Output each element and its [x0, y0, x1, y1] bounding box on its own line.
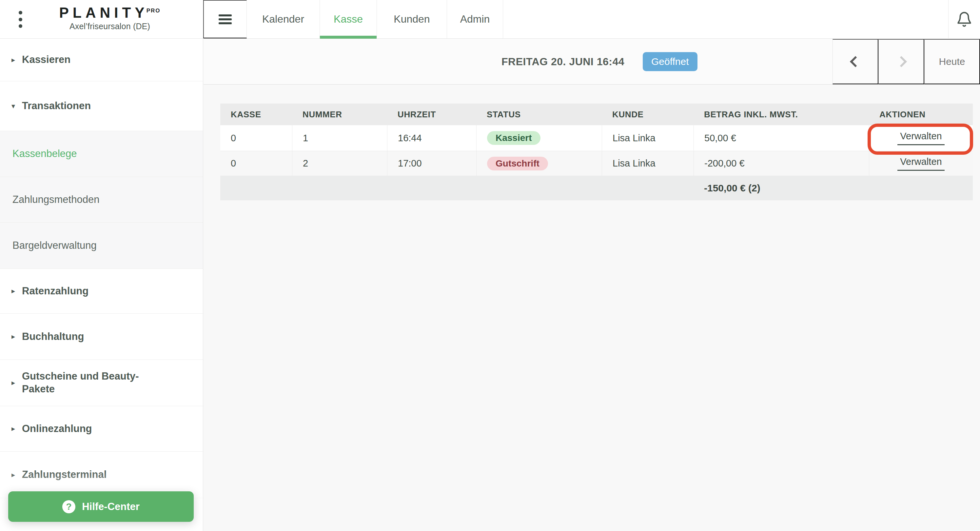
tab-kunden[interactable]: Kunden — [377, 0, 447, 38]
tab-kalender[interactable]: Kalender — [247, 0, 320, 38]
chevron-right-icon: ▸ — [11, 424, 22, 433]
table-row: 0 2 17:00 Gutschrift Lisa Linka -200,00 … — [220, 151, 973, 176]
cell-kasse: 0 — [220, 125, 292, 151]
table-footer-row: -150,00 € (2) — [220, 176, 973, 200]
topbar: PLANITYPRO Axel’friseursalon (DE) Kalend… — [0, 0, 980, 39]
bell-icon[interactable] — [956, 11, 972, 27]
main-nav: Kalender Kasse Kunden Admin — [247, 0, 503, 38]
sidebar-item-bargeldverwaltung[interactable]: Bargeldverwaltung — [0, 223, 203, 269]
current-date-label: FREITAG 20. JUNI 16:44 — [501, 56, 624, 68]
cell-status: Kassiert — [476, 125, 602, 151]
cell-kunde: Lisa Linka — [602, 125, 694, 151]
cell-kasse: 0 — [220, 151, 292, 176]
cell-uhrzeit: 17:00 — [387, 151, 476, 176]
col-kunde: KUNDE — [602, 110, 694, 120]
col-betrag: BETRAG INKL. MWST. — [694, 110, 869, 120]
sidebar-item-gutscheine-und-beauty-pakete[interactable]: ▸ Gutscheine und Beauty-Pakete — [0, 360, 203, 406]
status-badge: Gutschrift — [487, 157, 548, 170]
chevron-left-icon — [850, 56, 861, 67]
main-content: FREITAG 20. JUNI 16:44 Geöffnet Heute KA… — [204, 39, 980, 531]
status-badge: Kassiert — [487, 131, 541, 145]
brand-area: PLANITYPRO Axel’friseursalon (DE) — [0, 0, 203, 38]
sidebar-item-onlinezahlung[interactable]: ▸ Onlinezahlung — [0, 406, 203, 452]
cell-status: Gutschrift — [476, 151, 602, 176]
active-tab-underline — [320, 36, 377, 39]
sidebar-item-kassieren[interactable]: ▸ Kassieren — [0, 39, 203, 81]
cell-nummer: 1 — [292, 125, 387, 151]
chevron-right-icon: ▸ — [11, 378, 22, 387]
sidebar-item-kassenbelege[interactable]: Kassenbelege — [0, 131, 203, 177]
cell-betrag: -200,00 € — [694, 151, 869, 176]
table-row: 0 1 16:44 Kassiert Lisa Linka 50,00 € Ve… — [220, 125, 973, 151]
chevron-right-icon — [896, 56, 907, 67]
logo-pro-suffix: PRO — [146, 8, 161, 14]
chevron-down-icon: ▾ — [11, 102, 22, 110]
app-root: PLANITYPRO Axel’friseursalon (DE) Kalend… — [0, 0, 980, 531]
next-day-button[interactable] — [878, 39, 924, 84]
transactions-table: KASSE NUMMER UHRZEIT STATUS KUNDE BETRAG… — [220, 103, 973, 200]
cell-aktionen: Verwalten — [869, 151, 973, 176]
col-uhrzeit: UHRZEIT — [387, 110, 476, 120]
cell-uhrzeit: 16:44 — [387, 125, 476, 151]
kebab-menu-icon[interactable] — [14, 11, 27, 28]
verwalten-link[interactable]: Verwalten — [897, 156, 944, 171]
sidebar: ▸ Kassieren ▾ Transaktionen Kassenbelege… — [0, 39, 203, 531]
table-header-row: KASSE NUMMER UHRZEIT STATUS KUNDE BETRAG… — [220, 103, 973, 125]
col-kasse: KASSE — [220, 110, 292, 120]
cell-betrag: 50,00 € — [694, 125, 869, 151]
tab-kasse[interactable]: Kasse — [320, 0, 377, 38]
verwalten-link[interactable]: Verwalten — [897, 131, 944, 145]
chevron-right-icon: ▸ — [11, 332, 22, 341]
col-aktionen: AKTIONEN — [869, 110, 973, 120]
cell-kunde: Lisa Linka — [602, 151, 694, 176]
hamburger-menu-icon[interactable] — [203, 0, 247, 38]
sidebar-item-ratenzahlung[interactable]: ▸ Ratenzahlung — [0, 269, 203, 314]
help-center-button[interactable]: ? Hilfe-Center — [8, 491, 194, 522]
sidebar-item-zahlungsmethoden[interactable]: Zahlungsmethoden — [0, 177, 203, 223]
question-mark-icon: ? — [62, 500, 75, 513]
date-header-bar: FREITAG 20. JUNI 16:44 Geöffnet Heute — [204, 39, 980, 84]
cell-nummer: 2 — [292, 151, 387, 176]
salon-name: Axel’friseursalon (DE) — [59, 22, 160, 31]
col-status: STATUS — [476, 110, 602, 120]
chevron-right-icon: ▸ — [11, 471, 22, 479]
tab-admin[interactable]: Admin — [447, 0, 503, 38]
total-amount: -150,00 € (2) — [694, 183, 869, 194]
sidebar-item-transaktionen[interactable]: ▾ Transaktionen — [0, 81, 203, 131]
chevron-right-icon: ▸ — [11, 287, 22, 295]
today-button[interactable]: Heute — [924, 39, 980, 84]
register-status-badge: Geöffnet — [643, 52, 697, 71]
sidebar-item-buchhaltung[interactable]: ▸ Buchhaltung — [0, 314, 203, 360]
chevron-right-icon: ▸ — [11, 56, 22, 64]
previous-day-button[interactable] — [832, 39, 878, 84]
col-nummer: NUMMER — [292, 110, 387, 120]
cell-aktionen: Verwalten — [869, 125, 973, 151]
app-logo: PLANITYPRO — [59, 5, 160, 21]
